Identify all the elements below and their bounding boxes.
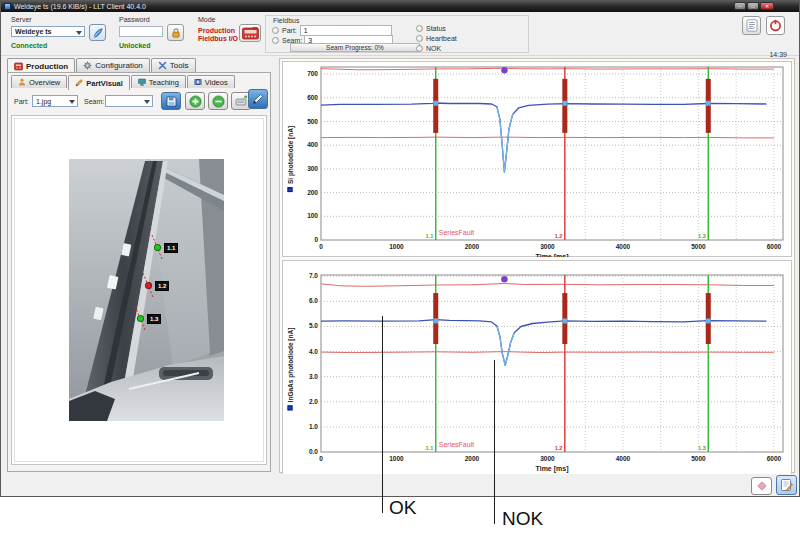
gear-icon — [83, 61, 92, 70]
seam-marker-dot-1-2[interactable] — [145, 282, 152, 289]
fieldbus-group-label: Fieldbus — [271, 17, 301, 24]
chart-si-photodiode: Si photodiode [nA] 1.11.21.3SeriesFault0… — [282, 61, 792, 257]
seam-marker-label-1-2: 1.2 — [155, 281, 169, 291]
svg-text:1.3: 1.3 — [698, 233, 706, 239]
svg-text:6000: 6000 — [767, 243, 782, 250]
fieldbus-group: Fieldbus Part: 1 Seam: 3 Seam Progress: … — [265, 15, 529, 53]
tab-tools[interactable]: Tools — [151, 58, 196, 72]
close-button[interactable]: ✕ — [760, 2, 774, 10]
maximize-button[interactable]: □ — [747, 2, 759, 10]
svg-text:4000: 4000 — [616, 455, 631, 462]
svg-text:5000: 5000 — [691, 455, 706, 462]
svg-text:1.0: 1.0 — [309, 423, 318, 430]
edit-pencil-icon — [252, 93, 264, 105]
notepad-icon — [780, 478, 793, 492]
server-select[interactable]: Weldeye ts — [11, 26, 85, 37]
svg-text:400: 400 — [307, 141, 318, 148]
mode-value: Production Fieldbus I/O — [198, 27, 238, 43]
seam-marker-label-1-1: 1.1 — [164, 243, 178, 253]
add-button[interactable] — [185, 92, 205, 110]
seam-progress-text: Seam Progress: 0% — [326, 44, 384, 51]
seam-marker-dot-1-1[interactable] — [154, 244, 161, 251]
svg-text:2.0: 2.0 — [309, 398, 318, 405]
server-group-label: Server — [11, 16, 32, 23]
svg-text:6.0: 6.0 — [309, 297, 318, 304]
report-button[interactable] — [742, 16, 761, 35]
save-button[interactable] — [161, 92, 181, 110]
tab-configuration[interactable]: Configuration — [76, 58, 150, 72]
chart0-ylabel: Si photodiode [nA] — [287, 126, 294, 192]
eraser-icon — [756, 480, 768, 492]
svg-text:1.1: 1.1 — [426, 445, 434, 451]
svg-text:Time [ms]: Time [ms] — [536, 253, 569, 257]
server-status: Connected — [11, 42, 47, 49]
svg-text:3000: 3000 — [540, 455, 555, 462]
si-photodiode-chart[interactable]: 1.11.21.3SeriesFault01002003004005006007… — [295, 63, 793, 257]
password-group-label: Password — [119, 16, 150, 23]
app-icon — [4, 3, 11, 10]
ok-annotation-label: OK — [389, 497, 416, 519]
svg-text:2000: 2000 — [465, 243, 480, 250]
feather-icon — [92, 27, 104, 39]
svg-text:0.0: 0.0 — [309, 448, 318, 455]
mode-group-label: Mode — [198, 16, 216, 23]
heartbeat-label: Heartbeat — [426, 35, 457, 42]
floppy-icon — [166, 96, 177, 107]
svg-text:100: 100 — [307, 212, 318, 219]
tab-partvisual[interactable]: PartVisual — [68, 75, 130, 90]
pencil-icon — [75, 79, 83, 87]
car-frame-image — [69, 159, 224, 421]
minus-icon — [212, 95, 225, 108]
server-connect-button[interactable] — [89, 24, 106, 41]
tab-teaching[interactable]: Teaching — [131, 75, 186, 88]
mode-device-button[interactable] — [239, 24, 261, 42]
nok-label: NOK — [426, 45, 441, 52]
password-lock-button[interactable] — [167, 24, 184, 41]
weld-machine-icon — [242, 27, 259, 40]
bottom-strip — [1, 474, 799, 496]
seam-indicator — [272, 37, 279, 44]
remove-button[interactable] — [208, 92, 228, 110]
part-image-select[interactable]: 1.jpg — [32, 95, 78, 107]
tab-videos[interactable]: Videos — [187, 75, 235, 88]
password-field[interactable] — [119, 26, 163, 37]
edit-button[interactable] — [248, 89, 268, 109]
part-photo: 1.1 1.2 1.3 — [69, 159, 224, 421]
minimize-button[interactable]: – — [734, 2, 746, 10]
password-status: Unlocked — [119, 42, 151, 49]
seam-select[interactable] — [105, 95, 153, 107]
tools-icon — [158, 61, 167, 70]
part-image-panel: 1.1 1.2 1.3 — [11, 115, 267, 465]
svg-text:500: 500 — [307, 118, 318, 125]
part-indicator — [272, 27, 279, 34]
clock: 14:39 — [769, 51, 787, 58]
svg-text:1.2: 1.2 — [555, 445, 563, 451]
tab-overview[interactable]: Overview — [11, 75, 67, 88]
svg-text:0: 0 — [319, 243, 323, 250]
tab-production[interactable]: Production — [7, 58, 75, 73]
ingaas-photodiode-chart[interactable]: 1.11.21.3SeriesFault0.01.02.03.04.05.06.… — [295, 262, 793, 477]
svg-text:1000: 1000 — [389, 455, 404, 462]
chart-ingaas-photodiode: InGaAs photodiode [nA] 1.11.21.3SeriesFa… — [282, 260, 792, 477]
ok-annotation-line — [382, 316, 383, 513]
toolbar-part-label: Part: — [14, 98, 29, 105]
clear-button[interactable] — [751, 477, 772, 495]
seam-marker-dot-1-3[interactable] — [137, 315, 144, 322]
main-tabstrip: Production Configuration Tools — [7, 58, 196, 73]
notes-button[interactable] — [776, 475, 797, 495]
series-legend-swatch — [288, 187, 293, 192]
svg-text:600: 600 — [307, 94, 318, 101]
svg-text:SeriesFault: SeriesFault — [439, 229, 474, 236]
shutdown-button[interactable] — [766, 16, 785, 35]
charts-panel: Si photodiode [nA] 1.11.21.3SeriesFault0… — [279, 58, 795, 473]
production-icon — [14, 62, 23, 71]
svg-text:3000: 3000 — [540, 243, 555, 250]
report-icon — [746, 19, 758, 32]
toolbar-seam-label: Seam: — [84, 98, 104, 105]
lock-icon — [170, 27, 182, 39]
svg-text:7.0: 7.0 — [309, 272, 318, 279]
status-label: Status — [426, 25, 446, 32]
sub-tabstrip: Overview PartVisual Teaching — [11, 75, 235, 90]
seam-marker-label-1-3: 1.3 — [147, 314, 161, 324]
svg-text:5.0: 5.0 — [309, 322, 318, 329]
